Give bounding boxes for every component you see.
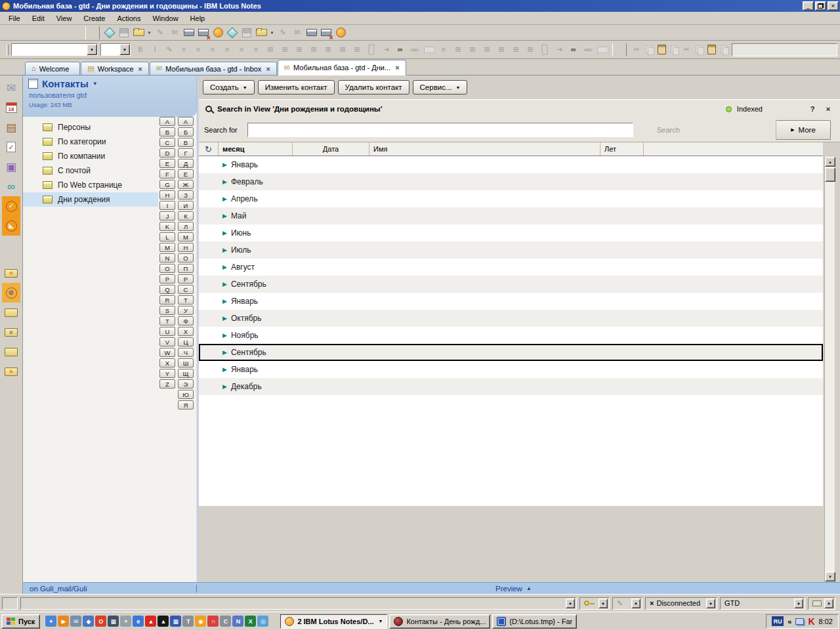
alphabet-button[interactable]: X [159, 358, 175, 368]
alphabet-button[interactable]: А [178, 117, 194, 126]
alphabet-button[interactable]: Ж [178, 180, 194, 189]
status-up-icon[interactable]: ▲ [631, 598, 640, 608]
alphabet-button[interactable]: O [159, 264, 175, 273]
task-button[interactable]: Контакты - День рожд... [389, 614, 490, 629]
category-row[interactable]: ▶ Октябрь [199, 310, 823, 327]
startup-folder-icon[interactable]: ★ [2, 362, 20, 381]
category-row[interactable]: ▶ Сентябрь [199, 344, 823, 361]
cut-icon-2[interactable]: ✂ [679, 43, 694, 56]
twisty-icon[interactable]: ▶ [222, 196, 227, 202]
cc-icon[interactable]: C [220, 616, 231, 627]
styles-icon[interactable]: ≡ [436, 43, 451, 56]
paste-icon-2[interactable] [704, 43, 719, 56]
netmeeting-icon[interactable]: ◆ [83, 616, 94, 627]
spellcheck-icon[interactable]: ABC [408, 43, 422, 56]
send-mail-icon[interactable]: ✉ [167, 26, 182, 39]
combo-arrow-icon[interactable]: ▼ [87, 44, 97, 55]
alphabet-button[interactable]: Z [159, 379, 175, 388]
twisty-icon[interactable]: ▶ [222, 332, 227, 339]
send-mail-icon-2[interactable]: ✉ [290, 26, 304, 39]
alphabet-button[interactable]: G [159, 180, 175, 189]
status-up-icon[interactable]: ▲ [794, 598, 803, 608]
alphabet-button[interactable]: F [159, 169, 175, 178]
start-button[interactable]: Пуск [1, 614, 40, 629]
alphabet-button[interactable]: A [159, 117, 175, 126]
twisty-icon[interactable]: ▶ [222, 264, 227, 270]
alphabet-button[interactable]: C [159, 138, 175, 147]
tab-close-icon[interactable]: × [138, 65, 142, 73]
font-name-combo[interactable]: ▼ [11, 43, 98, 56]
alphabet-button[interactable]: Л [178, 222, 194, 231]
twisty-icon[interactable]: ▶ [222, 298, 227, 304]
category-row[interactable]: ▶ Декабрь [199, 378, 823, 395]
highlighter-icon[interactable]: ✎ [162, 43, 177, 56]
folder-icon[interactable] [2, 303, 20, 322]
search-close-button[interactable]: × [823, 105, 833, 113]
alphabet-button[interactable]: J [159, 211, 175, 220]
alphabet-button[interactable]: Н [178, 243, 194, 252]
alphabet-button[interactable]: K [159, 222, 175, 231]
append-row-icon-2[interactable]: ⊞ [494, 43, 509, 56]
contacts-icon[interactable]: ▤ [2, 117, 20, 137]
status-up-icon[interactable]: ▲ [598, 598, 608, 608]
tab-close-icon[interactable]: × [266, 65, 270, 73]
indent-icon[interactable]: ≡ [234, 43, 249, 56]
menu-item[interactable]: Window [146, 13, 184, 24]
close-button[interactable]: × [828, 1, 839, 10]
append-col-icon-2[interactable]: ⊞ [509, 43, 523, 56]
category-row[interactable]: ▶ Август [199, 259, 823, 276]
alphabet-button[interactable]: E [159, 159, 175, 168]
scroll-up-icon[interactable]: ▲ [825, 157, 835, 167]
properties-icon-2[interactable] [225, 26, 240, 39]
insert-row-icon-2[interactable]: ⊞ [465, 43, 480, 56]
category-row[interactable]: ▶ Май [199, 207, 823, 224]
tab-close-icon[interactable]: × [395, 64, 399, 72]
ruler-icon[interactable] [422, 43, 436, 56]
alphabet-button[interactable]: Д [178, 159, 194, 168]
internet-search-folder-icon[interactable]: e [2, 322, 20, 342]
merge-cells-icon-2[interactable]: ⊞ [523, 43, 537, 56]
insert-col-icon-2[interactable]: ⊞ [480, 43, 494, 56]
media-player-icon[interactable]: ▶ [58, 616, 69, 627]
import-icon-2[interactable]: ⇥ [552, 43, 566, 56]
category-row[interactable]: ▶ Сентябрь [199, 276, 823, 293]
cut-icon[interactable]: ✂ [629, 43, 644, 56]
find-icon-2[interactable]: ∞ [566, 43, 581, 56]
headset-icon[interactable]: ∩ [207, 616, 219, 627]
twisty-icon[interactable]: ▶ [222, 366, 227, 373]
alphabet-button[interactable]: V [159, 337, 175, 346]
location-status[interactable]: GTD▲ [720, 597, 805, 610]
alphabet-button[interactable]: К [178, 211, 194, 220]
scroll-down-icon[interactable]: ▼ [825, 572, 835, 581]
category-row[interactable]: ▶ Январь [199, 156, 823, 173]
search-help-button[interactable]: ? [807, 105, 818, 113]
paste-special-icon-2[interactable] [719, 43, 729, 56]
number-list-icon[interactable]: ≡ [220, 43, 234, 56]
twisty-icon[interactable]: ▶ [222, 315, 227, 322]
alphabet-button[interactable]: T [159, 316, 175, 326]
alphabet-button[interactable]: D [159, 148, 175, 158]
imaging-icon[interactable]: ▦ [108, 616, 119, 627]
alphabet-button[interactable]: Ш [178, 358, 194, 368]
restore-button[interactable] [815, 1, 826, 10]
view-list-item[interactable]: Дни рождения [23, 192, 158, 207]
edit-icon-2[interactable]: ✎ [276, 26, 290, 39]
alphabet-button[interactable]: Ц [178, 337, 194, 346]
the-bat-icon[interactable]: ▲ [145, 616, 156, 627]
ruler-icon-2[interactable] [595, 43, 610, 56]
designer-icon[interactable]: ◣ [2, 216, 20, 236]
fax-icon-2[interactable] [319, 26, 333, 39]
category-row[interactable]: ▶ Июль [199, 242, 823, 259]
messenger-icon[interactable]: ✦ [45, 616, 56, 627]
alphabet-button[interactable]: Х [178, 327, 194, 336]
update-icon[interactable]: ◎ [257, 616, 268, 627]
merge-cells-icon[interactable]: ⊞ [335, 43, 350, 56]
preview-button[interactable]: Preview▲ [495, 585, 532, 593]
alphabet-button[interactable]: H [159, 190, 175, 200]
status-message-area[interactable]: ▲ [20, 597, 577, 610]
font-size-combo[interactable]: ▼ [100, 43, 131, 56]
alphabet-button[interactable]: З [178, 190, 194, 200]
notes-icon[interactable]: N [232, 616, 243, 627]
category-row[interactable]: ▶ Январь [199, 361, 823, 378]
toolbar-grip[interactable] [7, 45, 9, 55]
